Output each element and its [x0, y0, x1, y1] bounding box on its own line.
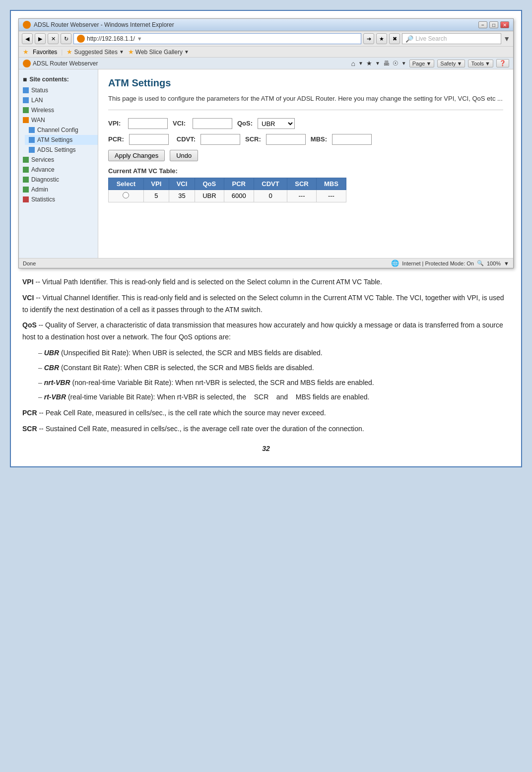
page-description: This page is used to configure the param… — [108, 94, 503, 110]
doc-scr-title: SCR — [22, 425, 37, 433]
qos-select[interactable]: UBR CBR nrt-VBR rt-VBR — [258, 118, 295, 129]
status-right: 🌐 Internet | Protected Mode: On 🔍 100% ▼ — [391, 259, 509, 267]
doc-qos-text: -- Quality of Server, a characteristic o… — [22, 321, 503, 341]
doc-pcr-title: PCR — [22, 409, 37, 417]
sidebar-services-label: Services — [31, 156, 54, 163]
sidebar-collapse-icon[interactable]: ■ — [23, 75, 27, 83]
rss-dropdown-icon[interactable]: ▼ — [401, 61, 406, 66]
pcr-label: PCR: — [108, 135, 124, 143]
sidebar-item-diagnostic[interactable]: Diagnostic — [19, 175, 98, 185]
atm-vc-table: Select VPI VCI QoS PCR CDVT SCR MBS — [108, 178, 346, 202]
doc-pcr-text: -- Peak Cell Rate, measured in cells/sec… — [39, 409, 326, 417]
cell-mbs: --- — [316, 190, 346, 202]
web-slice-link[interactable]: ★ Web Slice Gallery ▼ — [128, 48, 189, 56]
vpi-input[interactable] — [128, 118, 168, 129]
add-tab-button[interactable]: ✖ — [389, 33, 400, 44]
doc-vpi-para: VPI -- Virtual Path Identifier. This is … — [22, 276, 510, 288]
close-button[interactable]: ✕ — [500, 21, 509, 28]
scr-input[interactable] — [266, 134, 306, 145]
cell-qos: UBR — [195, 190, 224, 202]
sidebar-item-advance[interactable]: Advance — [19, 165, 98, 175]
form-row-2: PCR: CDVT: SCR: MBS: — [108, 134, 503, 145]
doc-rtvbr-text: (real-time Variable Bit Rate): When rt-V… — [68, 393, 369, 401]
vci-input[interactable] — [193, 118, 232, 129]
form-buttons-row: Apply Changes Undo — [108, 150, 503, 161]
cell-pcr: 6000 — [224, 190, 254, 202]
page-toolbar: ADSL Router Webserver ⌂ ▼ ★ ▼ 🖶 ☉ ▼ Page… — [19, 58, 513, 69]
cdvt-label: CDVT: — [177, 135, 196, 143]
doc-ubr-text: (Unspecified Bit Rate): When UBR is sele… — [61, 349, 323, 357]
sidebar-item-atm-settings[interactable]: ATM Settings — [25, 135, 98, 145]
search-dropdown[interactable]: ▼ — [503, 35, 510, 43]
atm-settings-icon — [29, 137, 35, 143]
doc-scr-para: SCR -- Sustained Cell Rate, measured in … — [22, 423, 510, 435]
undo-button[interactable]: Undo — [170, 150, 198, 161]
col-header-mbs: MBS — [316, 178, 346, 190]
web-slice-text: Web Slice Gallery — [135, 49, 183, 56]
sidebar-item-adsl-settings[interactable]: ADSL Settings — [25, 145, 98, 155]
browser-statusbar: Done 🌐 Internet | Protected Mode: On 🔍 1… — [19, 258, 513, 268]
search-bar[interactable]: 🔎 Live Search — [402, 33, 501, 44]
sidebar-item-wireless[interactable]: Wireless — [19, 105, 98, 115]
restore-button[interactable]: □ — [489, 21, 498, 28]
pcr-input[interactable] — [129, 134, 169, 145]
mbs-input[interactable] — [332, 134, 372, 145]
browser-icon — [23, 21, 31, 29]
table-row: 5 35 UBR 6000 0 --- --- — [109, 190, 346, 202]
col-header-vci: VCI — [169, 178, 195, 190]
page-toolbar-left: ADSL Router Webserver — [23, 60, 98, 67]
status-left: Done — [23, 260, 36, 266]
sidebar-item-wan[interactable]: WAN — [19, 115, 98, 125]
page-menu-button[interactable]: Page ▼ — [409, 60, 435, 67]
print-icon[interactable]: 🖶 — [383, 60, 390, 67]
back-button[interactable]: ◀ — [22, 33, 33, 44]
webslice-dropdown-icon: ▼ — [184, 49, 189, 55]
go-button[interactable]: ➔ — [363, 33, 374, 44]
doc-cbr-name: CBR — [44, 364, 59, 372]
tools-menu-button[interactable]: Tools ▼ — [468, 60, 493, 67]
stop-button[interactable]: ✕ — [48, 33, 59, 44]
minimize-button[interactable]: − — [478, 21, 487, 28]
sidebar-item-admin[interactable]: Admin — [19, 185, 98, 194]
home-icon[interactable]: ⌂ — [351, 60, 355, 67]
rss-icon[interactable]: ☉ — [393, 60, 399, 67]
doc-vpi-text: -- Virtual Path Identifier. This is read… — [35, 278, 382, 286]
doc-qos-title: QoS — [22, 321, 37, 329]
window-controls: − □ ✕ — [478, 21, 509, 28]
page-container: ADSL Router Webserver - Windows Internet… — [10, 10, 522, 467]
doc-vci-title: VCI — [22, 294, 34, 302]
vpi-label: VPI: — [108, 120, 123, 127]
address-dropdown-arrow[interactable]: ▼ — [137, 36, 142, 42]
sidebar-header: ■ Site contents: — [19, 73, 98, 85]
bookmark-button[interactable]: ★ — [376, 33, 387, 44]
adsl-settings-icon — [29, 147, 35, 153]
forward-button[interactable]: ▶ — [35, 33, 46, 44]
sidebar-item-services[interactable]: Services — [19, 155, 98, 165]
page-number: 32 — [22, 443, 510, 455]
col-header-qos: QoS — [195, 178, 224, 190]
sidebar-adsl-label: ADSL Settings — [37, 146, 76, 153]
home-dropdown-icon[interactable]: ▼ — [358, 61, 363, 66]
sidebar-item-status[interactable]: Status — [19, 85, 98, 95]
cdvt-input[interactable] — [200, 134, 240, 145]
sidebar-item-channel-config[interactable]: Channel Config — [25, 125, 98, 135]
zoom-dropdown[interactable]: ▼ — [504, 260, 509, 266]
sidebar-admin-label: Admin — [31, 186, 48, 193]
favorites-label: Favorites — [33, 49, 57, 56]
bookmark2-icon[interactable]: ★ — [366, 60, 372, 67]
apply-changes-button[interactable]: Apply Changes — [108, 150, 165, 161]
select-radio[interactable] — [123, 192, 129, 198]
advance-icon — [23, 167, 29, 173]
doc-pcr-para: PCR -- Peak Cell Rate, measured in cells… — [22, 407, 510, 419]
bookmark2-dropdown-icon[interactable]: ▼ — [375, 61, 380, 66]
address-bar[interactable]: http://192.168.1.1/ ▼ — [73, 33, 361, 44]
safety-menu-button[interactable]: Safety ▼ — [437, 60, 465, 67]
help-button[interactable]: ❓ — [496, 59, 509, 67]
doc-qos-para: QoS -- Quality of Server, a characterist… — [22, 320, 510, 343]
sidebar-item-statistics[interactable]: Statistics — [19, 194, 98, 204]
page-toolbar-right: ⌂ ▼ ★ ▼ 🖶 ☉ ▼ Page ▼ Safety ▼ Tools ▼ ❓ — [351, 59, 509, 67]
suggested-sites-link[interactable]: ★ Suggested Sites ▼ — [66, 48, 124, 56]
sidebar-item-lan[interactable]: LAN — [19, 95, 98, 105]
col-header-select: Select — [109, 178, 144, 190]
refresh-button[interactable]: ↻ — [61, 33, 71, 44]
